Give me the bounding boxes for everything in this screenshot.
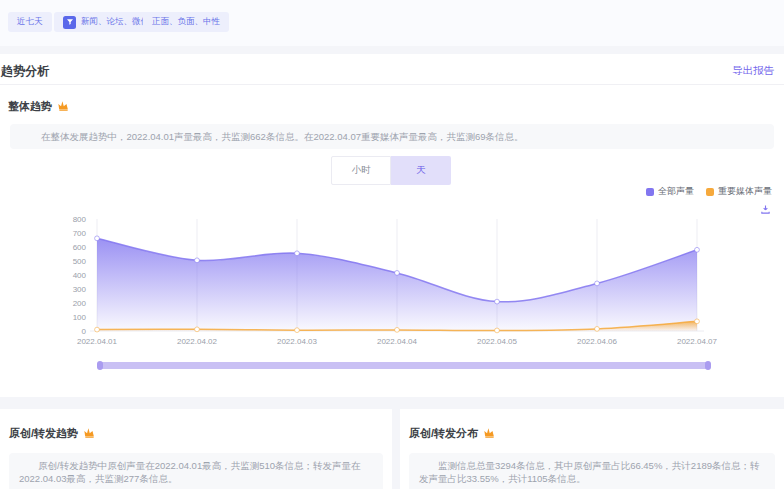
svg-text:100: 100 [73, 313, 87, 322]
legend-label-media: 重要媒体声量 [718, 185, 772, 198]
original-repost-trend-summary: 原创/转发趋势中原创声量在2022.04.01最高，共监测510条信息；转发声量… [9, 453, 383, 489]
filter-chip-sentiment[interactable]: 正面、负面、中性 [143, 12, 229, 32]
svg-text:2022.04.01: 2022.04.01 [77, 337, 118, 346]
svg-text:2022.04.07: 2022.04.07 [677, 337, 718, 346]
svg-text:300: 300 [73, 285, 87, 294]
original-repost-distribution-title-text: 原创/转发分布 [409, 426, 478, 441]
svg-text:500: 500 [73, 257, 87, 266]
svg-text:2022.04.05: 2022.04.05 [477, 337, 518, 346]
svg-text:200: 200 [73, 299, 87, 308]
svg-text:400: 400 [73, 271, 87, 280]
svg-text:2022.04.06: 2022.04.06 [577, 337, 618, 346]
hot-trend-icon [83, 426, 96, 441]
svg-text:700: 700 [73, 229, 87, 238]
chart-legend: 全部声量 重要媒体声量 [646, 185, 772, 198]
legend-item-media-volume[interactable]: 重要媒体声量 [706, 185, 772, 198]
trend-area-chart[interactable]: 01002003004005006007008002022.04.012022.… [64, 213, 724, 353]
time-range-label: 近七天 [17, 16, 43, 28]
filter-bar: 近七天 新闻、论坛、微信… 正面、负面、中性 [0, 0, 784, 46]
legend-label-all: 全部声量 [658, 185, 694, 198]
overall-trend-title-text: 整体趋势 [8, 99, 52, 114]
original-repost-distribution-summary: 监测信息总量3294条信息，其中原创声量占比66.45%，共计2189条信息；转… [409, 453, 775, 489]
toggle-hour-button[interactable]: 小时 [331, 156, 391, 185]
filter-chip-time-range[interactable]: 近七天 [8, 12, 52, 32]
svg-text:2022.04.03: 2022.04.03 [277, 337, 318, 346]
datazoom-left-handle[interactable] [97, 361, 103, 370]
granularity-toggle: 小时 天 [331, 156, 451, 185]
original-repost-distribution-card: 原创/转发分布 监测信息总量3294条信息，其中原创声量占比66.45%，共计2… [400, 409, 784, 489]
trend-chart-svg: 01002003004005006007008002022.04.012022.… [64, 213, 724, 353]
datazoom-right-handle[interactable] [705, 361, 711, 370]
overall-trend-summary: 在整体发展趋势中，2022.04.01声量最高，共监测662条信息。在2022.… [10, 124, 774, 149]
original-repost-trend-title: 原创/转发趋势 [9, 426, 96, 441]
legend-marker-media [706, 188, 714, 196]
svg-text:0: 0 [82, 327, 87, 336]
svg-text:600: 600 [73, 243, 87, 252]
export-report-link[interactable]: 导出报告 [732, 64, 774, 78]
svg-text:2022.04.02: 2022.04.02 [177, 337, 218, 346]
overall-trend-section-title: 整体趋势 [8, 99, 70, 114]
download-icon[interactable] [760, 201, 771, 219]
svg-text:800: 800 [73, 215, 87, 224]
trend-analysis-card: 趋势分析 导出报告 整体趋势 在整体发展趋势中，2022.04.01声量最高，共… [0, 54, 784, 397]
original-repost-trend-title-text: 原创/转发趋势 [9, 426, 78, 441]
page-title: 趋势分析 [1, 63, 49, 80]
legend-item-all-volume[interactable]: 全部声量 [646, 185, 694, 198]
svg-text:2022.04.04: 2022.04.04 [377, 337, 418, 346]
original-repost-trend-card: 原创/转发趋势 原创/转发趋势中原创声量在2022.04.01最高，共监测510… [0, 409, 392, 489]
legend-marker-all [646, 188, 654, 196]
hot-trend-icon [57, 99, 70, 114]
card-header: 趋势分析 导出报告 [0, 54, 784, 85]
source-filter-icon [63, 16, 76, 29]
toggle-day-button[interactable]: 天 [391, 156, 451, 185]
sentiment-label: 正面、负面、中性 [152, 16, 220, 28]
hot-trend-icon [483, 426, 496, 441]
original-repost-distribution-title: 原创/转发分布 [409, 426, 496, 441]
datazoom-slider[interactable] [98, 362, 710, 369]
